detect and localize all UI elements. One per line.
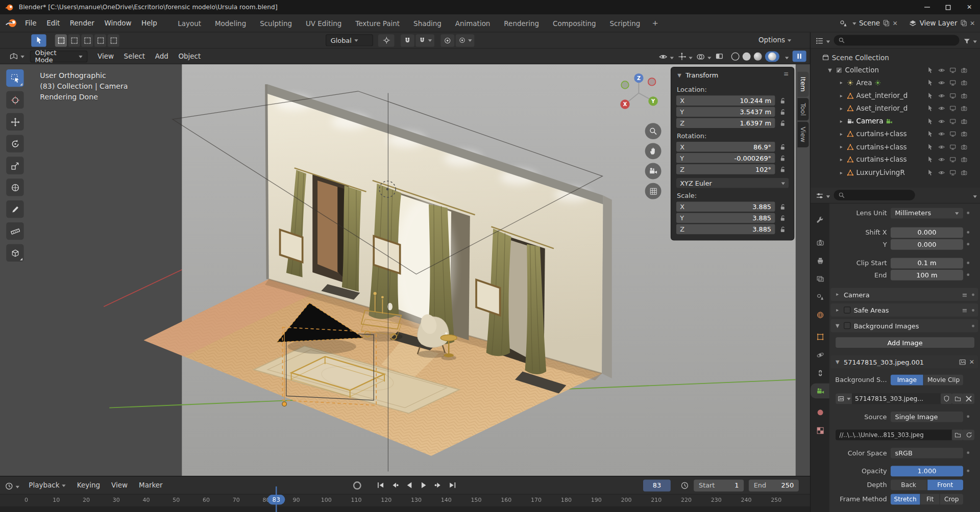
lock-icon[interactable] — [779, 143, 787, 150]
tool-select-box[interactable] — [6, 69, 23, 87]
properties-search-input[interactable] — [834, 190, 915, 200]
tool-move[interactable] — [6, 113, 23, 131]
new-view-layer-icon[interactable] — [960, 19, 967, 27]
navigation-gizmo[interactable]: Z Y X — [616, 69, 661, 114]
outliner-filter-icon[interactable] — [963, 34, 977, 46]
viewport-disable-icon[interactable] — [949, 92, 956, 99]
frame-method-stretch-toggle[interactable]: Stretch — [891, 494, 920, 504]
timeline-track-area[interactable] — [0, 506, 810, 512]
tab-tool[interactable] — [811, 212, 829, 227]
render-disable-icon[interactable] — [961, 156, 967, 163]
lock-icon[interactable] — [779, 165, 787, 173]
fake-user-button[interactable] — [941, 393, 952, 404]
proportional-editing-toggle[interactable] — [440, 34, 454, 46]
camera-section-header[interactable]: ▸Camera ≡ — [830, 288, 978, 301]
select-mode-extend[interactable] — [68, 34, 80, 46]
selectable-icon[interactable] — [927, 80, 934, 86]
expand-icon[interactable]: ▼ — [827, 67, 833, 73]
tab-view-layer[interactable] — [811, 271, 829, 286]
rotation-y-field[interactable]: Y-0.000269° — [676, 153, 775, 163]
outliner-row-mesh[interactable]: ▸ LuxuryLivingR — [811, 166, 980, 178]
depth-front-toggle[interactable]: Front — [927, 479, 963, 490]
hide-icon[interactable] — [938, 92, 945, 99]
selectable-icon[interactable] — [927, 118, 934, 124]
reload-file-button[interactable] — [963, 429, 974, 440]
render-disable-icon[interactable] — [961, 131, 967, 137]
menu-item[interactable]: Help — [136, 16, 162, 30]
filepath-field[interactable]: //..\..\..\Unive...815_303.jpeg — [836, 429, 952, 440]
menu-item[interactable]: Window — [100, 16, 137, 30]
lock-icon[interactable] — [779, 97, 787, 105]
open-image-button[interactable] — [952, 393, 963, 404]
panel-collapse-icon[interactable]: ▼ — [676, 72, 682, 78]
render-disable-icon[interactable] — [961, 92, 967, 99]
sidebar-tab-view[interactable]: View — [797, 122, 808, 147]
preview-range-icon[interactable] — [680, 481, 689, 489]
shift-x-field[interactable]: 0.000 — [891, 227, 963, 238]
expand-icon[interactable]: ▸ — [838, 80, 844, 86]
image-name-field[interactable]: 57147815_303.jpeg... — [852, 393, 941, 404]
selectable-icon[interactable] — [927, 92, 934, 99]
workspace-tab[interactable]: Texture Paint — [349, 17, 407, 32]
unlink-image-button[interactable]: ✕ — [963, 393, 974, 404]
tab-object[interactable] — [811, 329, 829, 344]
gizmos-dropdown[interactable] — [677, 50, 692, 62]
menu-item[interactable]: File — [20, 16, 41, 30]
hide-icon[interactable] — [938, 80, 945, 86]
scale-y-field[interactable]: Y3.885 — [676, 213, 775, 223]
viewport-disable-icon[interactable] — [949, 156, 956, 163]
menu-item[interactable]: Render — [65, 16, 100, 30]
workspace-tab[interactable]: Sculpting — [253, 17, 299, 32]
hide-icon[interactable] — [938, 118, 945, 124]
lock-icon[interactable] — [779, 108, 787, 116]
tool-scale[interactable] — [6, 157, 23, 174]
source-movie-clip-toggle[interactable]: Movie Clip — [924, 374, 963, 385]
overlays-dropdown[interactable] — [696, 50, 711, 62]
add-image-button[interactable]: Add Image — [836, 337, 974, 348]
sidebar-tab-item[interactable]: Item — [797, 72, 808, 97]
proportional-falloff-dropdown[interactable] — [456, 34, 475, 46]
view-layer-name[interactable]: View Layer — [920, 19, 958, 27]
next-keyframe-button[interactable] — [432, 479, 444, 491]
selectable-icon[interactable] — [927, 66, 934, 73]
shading-rendered-button[interactable] — [765, 51, 779, 62]
hide-icon[interactable] — [938, 169, 945, 175]
properties-editor-icon[interactable] — [816, 189, 830, 201]
tool-annotate[interactable] — [6, 200, 23, 218]
sidebar-tab-tool[interactable]: Tool — [797, 98, 808, 121]
workspace-tab[interactable]: Scripting — [603, 17, 647, 32]
workspace-tab[interactable]: UV Editing — [299, 17, 349, 32]
rotation-z-field[interactable]: Z102° — [676, 164, 775, 174]
scale-x-field[interactable]: X3.885 — [676, 202, 775, 212]
remove-image-icon[interactable]: ✕ — [969, 359, 974, 365]
pan-button[interactable] — [645, 143, 662, 159]
editor-type-button[interactable] — [6, 50, 28, 62]
tab-output[interactable] — [811, 253, 829, 268]
workspace-tab[interactable]: Modeling — [208, 17, 253, 32]
render-disable-icon[interactable] — [961, 80, 967, 86]
properties-options-dropdown[interactable] — [971, 189, 977, 201]
shading-wireframe-button[interactable] — [731, 52, 740, 60]
remove-view-layer-icon[interactable]: ✕ — [970, 20, 975, 27]
outliner-row-mesh[interactable]: ▸ curtains+class — [811, 141, 980, 153]
unlink-scene-icon[interactable]: ✕ — [892, 20, 897, 27]
pause-render-button[interactable] — [793, 50, 806, 62]
render-disable-icon[interactable] — [961, 66, 967, 73]
view-layer-selector[interactable]: View Layer ✕ — [909, 19, 975, 27]
timeline-editor-icon[interactable] — [5, 479, 19, 491]
outliner-row-mesh[interactable]: ▸ Aset_interior_d — [811, 102, 980, 114]
timeline-menu-item[interactable]: Playback — [23, 479, 71, 492]
shading-material-button[interactable] — [754, 52, 762, 60]
lock-icon[interactable] — [779, 214, 787, 222]
close-button[interactable]: ✕ — [959, 0, 980, 14]
outliner-row-mesh[interactable]: ▸ Aset_interior_d — [811, 89, 980, 101]
blender-logo[interactable] — [5, 17, 17, 29]
selectable-icon[interactable] — [927, 143, 934, 150]
location-x-field[interactable]: X10.244 m — [676, 95, 775, 106]
lens-unit-dropdown[interactable]: Millimeters — [891, 208, 963, 218]
tab-texture[interactable] — [811, 423, 829, 438]
opacity-slider[interactable]: 1.000 — [891, 466, 963, 476]
outliner-row-scene-collection[interactable]: Scene Collection — [811, 51, 980, 63]
browse-file-button[interactable] — [952, 429, 963, 440]
selectable-icon[interactable] — [927, 156, 934, 163]
